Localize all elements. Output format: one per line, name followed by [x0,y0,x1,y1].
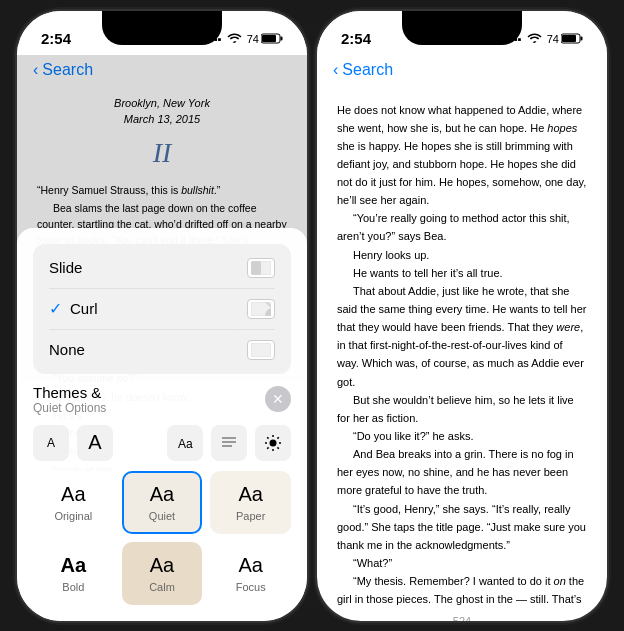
slide-option-curl[interactable]: ✓ Curl [37,289,287,329]
left-phone: 2:54 ▪▪▪ 74 ‹ Search [17,11,307,621]
battery-icon-right: 74 [547,33,583,45]
themes-title: Themes & [33,384,106,401]
theme-paper-label: Paper [236,510,265,522]
theme-original-label: Original [54,510,92,522]
status-icons-right: ▪▪▪ 74 [510,32,583,45]
nav-bar-right: ‹ Search [317,55,607,85]
notch-right [402,11,522,45]
theme-focus[interactable]: Aa Focus [210,542,291,605]
theme-focus-preview: Aa [238,554,262,577]
chevron-left-icon-right: ‹ [333,61,338,79]
themes-header: Themes & Quiet Options ✕ [33,384,291,415]
overlay-panel: Slide ✓ Curl [17,228,307,621]
status-icons-left: ▪▪▪ 74 [210,32,283,45]
brightness-button[interactable] [255,425,291,461]
read-para-5: But she wouldn’t believe him, so he lets… [337,391,587,427]
battery-icon: 74 [247,33,283,45]
svg-rect-8 [222,437,236,439]
theme-quiet[interactable]: Aa Quiet [122,471,203,534]
read-para-4: That about Addie, just like he wrote, th… [337,282,587,391]
font-decrease-button[interactable]: A [33,425,69,461]
svg-text:Aa: Aa [178,437,193,451]
read-para-7: And Bea breaks into a grin. There is no … [337,445,587,499]
notch [102,11,222,45]
back-button-right[interactable]: ‹ Search [333,61,393,79]
theme-bold-preview: Aa [61,554,87,577]
svg-line-17 [277,447,278,448]
phones-container: 2:54 ▪▪▪ 74 ‹ Search [17,11,607,621]
check-icon: ✓ [49,299,62,318]
wifi-icon [227,32,242,45]
slide-option-slide[interactable]: Slide [37,248,287,288]
svg-point-11 [270,439,277,446]
theme-calm-label: Calm [149,581,175,593]
theme-focus-label: Focus [236,581,266,593]
theme-bold[interactable]: Aa Bold [33,542,114,605]
themes-subtitle: Quiet Options [33,401,106,415]
read-para-10: “My thesis. Remember? I wanted to do it … [337,572,587,606]
page-number: 524 [317,607,607,621]
none-option-label: None [49,341,85,358]
theme-paper-preview: Aa [238,483,262,506]
svg-rect-2 [262,35,276,42]
svg-line-18 [277,437,278,438]
left-phone-body: ‹ Search Brooklyn, New York March 13, 20… [17,55,307,621]
none-icon [247,340,275,360]
wifi-icon-right [527,32,542,45]
slide-icon [247,258,275,278]
read-para-3: He wants to tell her it’s all true. [337,264,587,282]
font-controls: A A Aa [33,425,291,461]
svg-rect-22 [562,35,576,42]
theme-paper[interactable]: Aa Paper [210,471,291,534]
theme-calm[interactable]: Aa Calm [122,542,203,605]
svg-rect-6 [251,343,271,357]
slide-option-label: Slide [49,259,82,276]
theme-grid: Aa Original Aa Quiet Aa Paper Aa Bold [33,471,291,605]
slide-options: Slide ✓ Curl [33,244,291,374]
svg-rect-4 [251,261,261,275]
theme-bold-label: Bold [62,581,84,593]
font-style-button[interactable]: Aa [167,425,203,461]
theme-quiet-label: Quiet [149,510,175,522]
theme-quiet-preview: Aa [150,483,174,506]
read-para-6: “Do you like it?” he asks. [337,427,587,445]
svg-line-19 [267,447,268,448]
read-para-9: “What?” [337,554,587,572]
read-para-2: Henry looks up. [337,246,587,264]
time-left: 2:54 [41,30,71,47]
themes-title-group: Themes & Quiet Options [33,384,106,415]
close-button[interactable]: ✕ [265,386,291,412]
curl-option-label: Curl [70,300,98,317]
layout-button[interactable] [211,425,247,461]
theme-calm-preview: Aa [150,554,174,577]
theme-original-preview: Aa [61,483,85,506]
read-para-8: “It’s good, Henry,” she says. “It’s real… [337,500,587,554]
svg-rect-9 [222,441,236,443]
svg-rect-10 [222,445,232,447]
svg-line-16 [267,437,268,438]
theme-original[interactable]: Aa Original [33,471,114,534]
slide-option-none[interactable]: None [37,330,287,370]
font-increase-button[interactable]: A [77,425,113,461]
right-phone: 2:54 ▪▪▪ 74 ‹ Search He does not know wh… [317,11,607,621]
svg-rect-21 [581,37,583,41]
curl-icon [247,299,275,319]
svg-rect-1 [281,37,283,41]
read-para-0: He does not know what happened to Addie,… [337,101,587,210]
time-right: 2:54 [341,30,371,47]
reading-content: He does not know what happened to Addie,… [317,85,607,607]
read-para-1: “You’re really going to method actor thi… [337,209,587,245]
